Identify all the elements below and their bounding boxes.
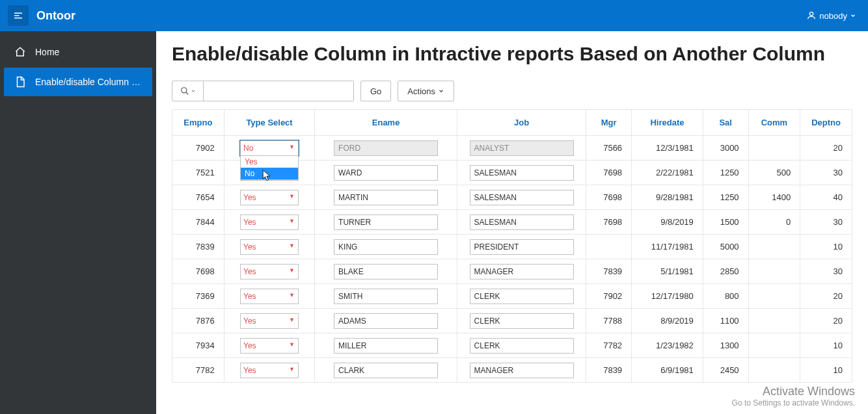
- cell-deptno: 20: [800, 136, 852, 161]
- col-header-type[interactable]: Type Select: [224, 110, 315, 136]
- col-header-ename[interactable]: Ename: [315, 110, 457, 136]
- cell-job: [457, 358, 586, 383]
- job-input[interactable]: [470, 165, 574, 181]
- table-row: 7698Yes78395/1/1981285030: [172, 259, 852, 284]
- type-select[interactable]: Yes: [240, 363, 299, 378]
- sidebar-item-enable-disable-column[interactable]: Enable/disable Column in …: [4, 68, 152, 96]
- ename-input[interactable]: [334, 313, 438, 329]
- search-box: [172, 81, 354, 101]
- type-select[interactable]: Yes: [240, 239, 299, 255]
- sidebar-item-home[interactable]: Home: [4, 38, 152, 66]
- table-row: 7844Yes76989/8/20191500030: [172, 210, 852, 235]
- cell-ename: [315, 309, 457, 333]
- type-select[interactable]: No: [240, 140, 299, 156]
- cell-empno: 7521: [172, 161, 224, 185]
- type-select-option[interactable]: Yes: [241, 156, 298, 168]
- ename-input[interactable]: [334, 338, 438, 354]
- search-column-selector[interactable]: [172, 81, 204, 101]
- cell-sal: 1250: [703, 161, 748, 185]
- actions-menu-button[interactable]: Actions: [398, 81, 454, 101]
- job-input[interactable]: [470, 239, 574, 255]
- home-icon: [14, 46, 26, 58]
- cell-comm: [748, 235, 800, 259]
- cell-comm: [748, 284, 800, 309]
- cell-sal: 1300: [703, 333, 748, 358]
- type-select[interactable]: Yes: [240, 264, 299, 279]
- svg-point-4: [181, 88, 186, 93]
- cell-empno: 7902: [172, 136, 224, 161]
- user-icon: [806, 10, 817, 21]
- cell-comm: [748, 259, 800, 284]
- col-header-empno[interactable]: Empno: [172, 110, 224, 136]
- type-select[interactable]: Yes: [240, 214, 299, 230]
- ename-input[interactable]: [334, 165, 438, 181]
- type-select-option[interactable]: No: [241, 168, 298, 179]
- ename-input[interactable]: [334, 289, 438, 304]
- col-header-job[interactable]: Job: [457, 110, 586, 136]
- user-label: nobody: [819, 11, 847, 21]
- main-content: Enable/disable Column in Intractive repo…: [156, 31, 868, 414]
- col-header-mgr[interactable]: Mgr: [586, 110, 632, 136]
- table-row: 7839Yes11/17/1981500010: [172, 235, 852, 259]
- cell-hiredate: 11/17/1981: [632, 235, 703, 259]
- cell-job: [457, 259, 586, 284]
- cell-hiredate: 12/3/1981: [632, 136, 703, 161]
- cell-type-select: NoYesNo: [224, 136, 315, 161]
- cell-deptno: 10: [800, 333, 852, 358]
- user-menu[interactable]: nobody: [802, 8, 860, 23]
- col-header-comm[interactable]: Comm: [748, 110, 800, 136]
- job-input[interactable]: [470, 264, 574, 279]
- cell-deptno: 20: [800, 309, 852, 333]
- cell-hiredate: 12/17/1980: [632, 284, 703, 309]
- type-select[interactable]: Yes: [240, 289, 299, 304]
- job-input[interactable]: [470, 214, 574, 230]
- cell-ename: [315, 333, 457, 358]
- job-input[interactable]: [470, 363, 574, 378]
- cell-comm: [748, 136, 800, 161]
- search-input[interactable]: [204, 81, 353, 101]
- cell-ename: [315, 235, 457, 259]
- cell-mgr: 7698: [586, 210, 632, 235]
- cell-hiredate: 9/28/1981: [632, 185, 703, 210]
- job-input[interactable]: [470, 338, 574, 354]
- sidebar-item-label: Home: [35, 47, 59, 57]
- app-header: Ontoor nobody: [0, 0, 868, 31]
- job-input[interactable]: [470, 190, 574, 205]
- cell-job: [457, 161, 586, 185]
- menu-toggle-button[interactable]: [8, 5, 29, 26]
- col-header-hiredate[interactable]: Hiredate: [632, 110, 703, 136]
- job-input[interactable]: [470, 313, 574, 329]
- type-select[interactable]: Yes: [240, 190, 299, 205]
- cell-type-select: Yes: [224, 235, 315, 259]
- go-button[interactable]: Go: [360, 81, 391, 101]
- cell-type-select: Yes: [224, 210, 315, 235]
- cell-type-select: Yes: [224, 309, 315, 333]
- cell-hiredate: 9/8/2019: [632, 210, 703, 235]
- report-table: Empno Type Select Ename Job Mgr Hiredate…: [172, 109, 852, 383]
- file-icon: [14, 76, 26, 88]
- search-icon: [180, 86, 189, 96]
- ename-input[interactable]: [334, 190, 438, 205]
- cell-mgr: 7698: [586, 185, 632, 210]
- col-header-sal[interactable]: Sal: [703, 110, 748, 136]
- cell-mgr: 7839: [586, 259, 632, 284]
- cell-comm: [748, 309, 800, 333]
- cell-deptno: 30: [800, 161, 852, 185]
- type-select[interactable]: Yes: [240, 313, 299, 329]
- ename-input[interactable]: [334, 264, 438, 279]
- col-header-deptno[interactable]: Deptno: [800, 110, 852, 136]
- cell-empno: 7844: [172, 210, 224, 235]
- sidebar: Home Enable/disable Column in …: [0, 31, 156, 414]
- ename-input[interactable]: [334, 214, 438, 230]
- ename-input[interactable]: [334, 239, 438, 255]
- ename-input[interactable]: [334, 363, 438, 378]
- cell-sal: 2850: [703, 259, 748, 284]
- cell-job: [457, 210, 586, 235]
- type-select[interactable]: Yes: [240, 338, 299, 354]
- cell-hiredate: 8/9/2019: [632, 309, 703, 333]
- cell-deptno: 40: [800, 185, 852, 210]
- table-row: 7654Yes76989/28/19811250140040: [172, 185, 852, 210]
- job-input[interactable]: [470, 289, 574, 304]
- chevron-down-icon: [438, 88, 444, 94]
- table-row: 7369Yes790212/17/198080020: [172, 284, 852, 309]
